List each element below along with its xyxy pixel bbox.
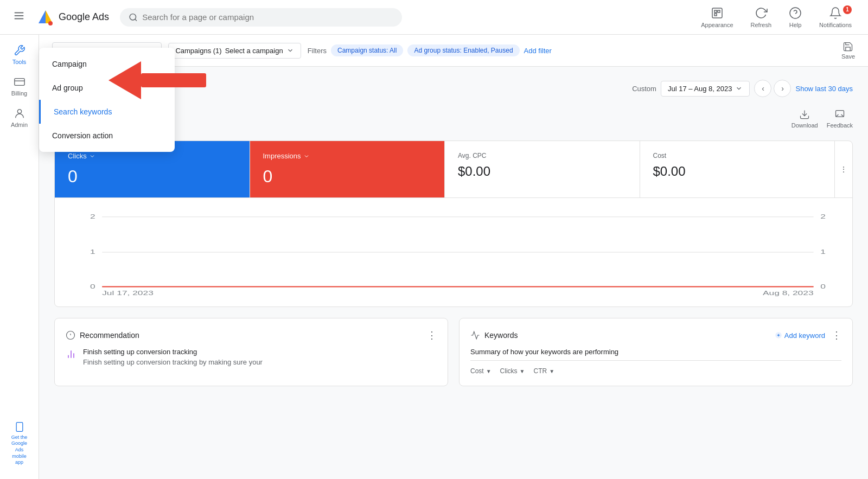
svg-text:0: 0	[820, 284, 826, 290]
svg-rect-16	[16, 422, 23, 431]
add-filter-button[interactable]: Add filter	[524, 47, 552, 55]
filter-chips: Filters Campaign status: All Ad group st…	[308, 44, 552, 56]
recommendation-title: Recommendation	[66, 330, 139, 340]
chart-area: 2 1 0 2 1 0 Jul 17, 2023 Aug 8, 2023	[55, 198, 852, 306]
appearance-icon	[711, 7, 724, 20]
ctr-col-header[interactable]: CTR ▼	[534, 367, 555, 375]
svg-line-6	[135, 19, 137, 21]
feedback-button[interactable]: Feedback	[827, 109, 853, 129]
svg-point-4	[48, 21, 53, 25]
cost-col-header[interactable]: Cost ▼	[470, 367, 492, 375]
metric-clicks-value: 0	[68, 167, 237, 187]
sidebar-item-billing[interactable]: Billing	[2, 71, 37, 102]
save-button[interactable]: Save	[841, 41, 855, 60]
svg-rect-9	[718, 10, 720, 12]
svg-point-15	[17, 110, 21, 113]
metric-impressions[interactable]: Impressions 0	[250, 141, 445, 197]
refresh-icon	[755, 7, 768, 20]
campaign-status-chip[interactable]: Campaign status: All	[331, 44, 403, 56]
metrics-row: Clicks 0 Impressions 0	[55, 141, 852, 198]
clicks-col-header[interactable]: Clicks ▼	[500, 367, 525, 375]
save-icon	[843, 41, 853, 52]
clicks-sort-icon: ▼	[520, 368, 525, 374]
impressions-dropdown-icon	[303, 153, 310, 159]
recommendation-more-button[interactable]: ⋮	[427, 329, 437, 341]
metric-avg-cpc-value: $0.00	[458, 164, 627, 179]
cost-sort-icon: ▼	[486, 368, 492, 374]
help-button[interactable]: Help	[781, 2, 809, 33]
top-nav: Google Ads Appearance Refresh Help	[0, 0, 868, 35]
keywords-more-button[interactable]: ⋮	[832, 329, 841, 341]
dropdown-item-ad-group[interactable]: Ad group	[39, 76, 175, 100]
notification-badge: 1	[843, 5, 852, 14]
metric-clicks-label: Clicks	[68, 152, 237, 160]
ctr-sort-icon: ▼	[549, 368, 554, 374]
svg-text:Jul 17, 2023: Jul 17, 2023	[102, 290, 154, 297]
metric-cost-label: Cost	[653, 152, 822, 159]
sidebar: Tools Billing Admin Get the Google Ads m…	[0, 35, 39, 479]
logo-text: Google Ads	[59, 11, 109, 23]
show-last-30-button[interactable]: Show last 30 days	[795, 85, 853, 93]
download-button[interactable]: Download	[792, 109, 818, 129]
svg-text:1: 1	[90, 248, 95, 255]
keywords-card: Keywords Add keyword ⋮ Summary of how yo…	[459, 318, 853, 386]
feedback-icon	[834, 109, 845, 120]
date-chevron-icon	[735, 85, 743, 92]
svg-rect-8	[714, 10, 717, 12]
metrics-more-button[interactable]: ⋮	[835, 141, 852, 197]
search-input[interactable]	[142, 12, 393, 22]
sidebar-bottom: Get the Google Ads mobile app	[0, 413, 39, 475]
campaign-select-button[interactable]: Campaigns (1) Select a campaign	[168, 43, 301, 59]
metrics-container: Clicks 0 Impressions 0	[54, 140, 853, 307]
finish-tracking: Finish setting up conversion tracking Fi…	[66, 348, 437, 366]
help-icon	[789, 7, 802, 20]
svg-text:2: 2	[90, 214, 95, 220]
metric-cost[interactable]: Cost $0.00	[640, 141, 835, 197]
bar-chart-icon	[66, 349, 76, 360]
date-nav-arrows: ‹ ›	[754, 80, 791, 97]
svg-text:0: 0	[90, 284, 95, 290]
recommendation-header: Recommendation ⋮	[66, 329, 437, 341]
dropdown-item-search-keywords[interactable]: Search keywords	[39, 100, 175, 124]
billing-icon	[14, 76, 25, 88]
admin-icon	[14, 107, 25, 119]
menu-icon[interactable]	[9, 5, 29, 29]
sidebar-item-tools[interactable]: Tools	[2, 39, 37, 71]
refresh-button[interactable]: Refresh	[743, 2, 780, 33]
nav-right: Appearance Refresh Help 1 Notifications	[693, 2, 859, 33]
keywords-icon	[470, 330, 480, 340]
svg-text:2: 2	[820, 214, 826, 220]
chart-svg: 2 1 0 2 1 0 Jul 17, 2023 Aug 8, 2023	[68, 207, 839, 298]
sidebar-item-admin[interactable]: Admin	[2, 102, 37, 133]
tracking-icon	[66, 349, 76, 362]
svg-point-5	[130, 14, 136, 20]
date-prev-button[interactable]: ‹	[754, 80, 771, 97]
date-next-button[interactable]: ›	[774, 80, 791, 97]
svg-rect-13	[14, 79, 24, 86]
date-selector[interactable]: Jul 17 – Aug 8, 2023	[661, 81, 750, 97]
notifications-button[interactable]: 1 Notifications	[812, 2, 859, 33]
action-right: Download Feedback	[792, 109, 853, 129]
metric-impressions-value: 0	[263, 167, 432, 187]
keywords-actions: Add keyword ⋮	[775, 329, 841, 341]
add-keyword-icon	[775, 331, 782, 339]
svg-point-11	[790, 8, 801, 18]
campaign-select-chevron-icon	[286, 47, 294, 54]
svg-rect-10	[714, 14, 717, 16]
recommendation-card: Recommendation ⋮ Finish setting up conve…	[54, 318, 448, 386]
get-app-button[interactable]: Get the Google Ads mobile app	[4, 417, 34, 470]
keywords-table-header: Cost ▼ Clicks ▼ CTR ▼	[470, 360, 841, 375]
search-bar[interactable]	[120, 8, 402, 27]
metric-impressions-label: Impressions	[263, 152, 432, 160]
metric-avg-cpc-label: Avg. CPC	[458, 152, 627, 159]
tools-icon	[14, 44, 25, 56]
mobile-icon	[14, 421, 25, 432]
dropdown-item-campaign[interactable]: Campaign	[39, 52, 175, 76]
nav-dropdown-panel: Campaign Ad group Search keywords Conver…	[39, 48, 175, 152]
keywords-header: Keywords Add keyword ⋮	[470, 329, 841, 341]
ad-group-status-chip[interactable]: Ad group status: Enabled, Paused	[407, 44, 519, 56]
add-keyword-button[interactable]: Add keyword	[775, 331, 825, 340]
appearance-button[interactable]: Appearance	[693, 2, 741, 33]
metric-avg-cpc[interactable]: Avg. CPC $0.00	[445, 141, 640, 197]
dropdown-item-conversion-action[interactable]: Conversion action	[39, 124, 175, 148]
